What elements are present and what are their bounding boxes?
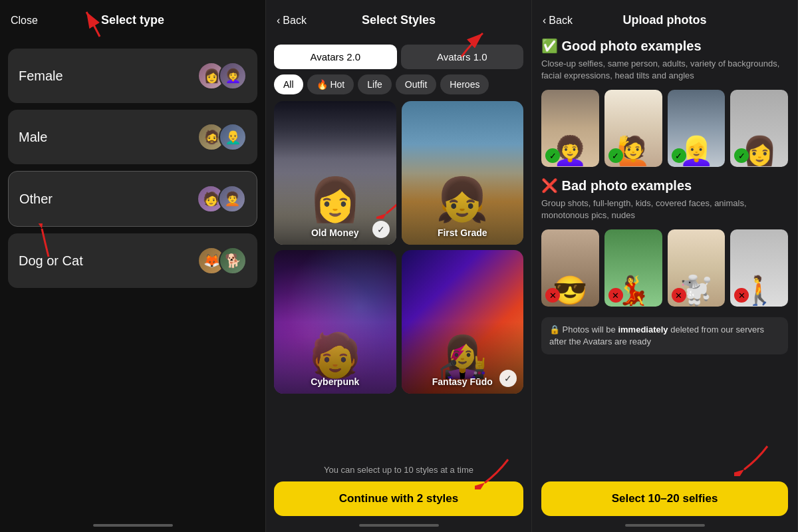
- bottom-bar-upload: [625, 524, 705, 527]
- bad-photo-2: 💃 ✕: [604, 229, 662, 307]
- filter-heroes[interactable]: Heroes: [440, 74, 489, 94]
- style-label-old-money: Old Money: [311, 227, 359, 238]
- style-card-old-money[interactable]: 👩 Old Money ✓: [274, 101, 396, 245]
- filter-all[interactable]: All: [274, 74, 303, 94]
- privacy-note: 🔒 Photos will be immediately deleted fro…: [541, 317, 788, 354]
- type-item-male[interactable]: Male 🧔 👨‍🦲: [8, 110, 257, 164]
- bad-photos-row: 😎 ✕ 💃 ✕ 🐩 ✕ 🚶 ✕: [541, 229, 788, 307]
- style-card-first-grade[interactable]: 👧 First Grade: [402, 101, 524, 245]
- panel1-header: Close Select type: [0, 0, 265, 38]
- bad-section-desc: Group shots, full-length, kids, covered …: [541, 198, 788, 221]
- version-tab-v2[interactable]: Avatars 2.0: [274, 45, 397, 69]
- filter-hot[interactable]: 🔥 Hot: [307, 74, 354, 94]
- good-badge-1: ✓: [545, 148, 560, 163]
- style-card-cyberpunk[interactable]: 🧑 Cyberpunk: [274, 250, 396, 394]
- styles-grid: 👩 Old Money ✓ 👧: [266, 101, 531, 394]
- other-label: Other: [19, 192, 53, 207]
- bad-badge-2: ✕: [608, 288, 623, 303]
- female-avatars: 👩 👩‍🦱: [198, 62, 247, 90]
- version-tabs: Avatars 2.0 Avatars 1.0: [266, 38, 531, 74]
- panel1-title: Select type: [101, 13, 164, 27]
- pet-label: Dog or Cat: [19, 253, 83, 269]
- bad-badge-3: ✕: [672, 288, 686, 303]
- styles-hint: You can select up to 10 styles at a time: [274, 465, 523, 475]
- back-label-upload: Back: [549, 15, 573, 27]
- pet-avatars: 🦊 🐕: [198, 247, 247, 275]
- panel2-header: ‹ Back Select Styles: [266, 0, 531, 38]
- back-button-upload[interactable]: ‹ Back: [543, 15, 573, 27]
- back-label-styles: Back: [283, 15, 307, 27]
- female-label: Female: [19, 68, 63, 84]
- good-badge-3: ✓: [672, 148, 686, 163]
- good-photo-1: 👩‍🦱 ✓: [541, 90, 599, 167]
- back-chevron-icon-upload: ‹: [543, 15, 546, 27]
- bad-section-title: ❌ Bad photo examples: [541, 178, 788, 194]
- bad-photo-3: 🐩 ✕: [668, 229, 726, 307]
- photo-content: ✅ Good photo examples Close-up selfies, …: [532, 38, 797, 483]
- good-photo-4: 👩 ✓: [730, 90, 788, 167]
- type-item-other[interactable]: Other 🧑 🧑‍🦱: [8, 171, 257, 227]
- good-photo-3: 👱‍♀️ ✓: [668, 90, 726, 167]
- filter-life[interactable]: Life: [358, 74, 392, 94]
- bad-photo-4: 🚶 ✕: [730, 229, 788, 307]
- avatar-female-2: 👩‍🦱: [219, 62, 247, 90]
- filter-tabs: All 🔥 Hot Life Outfit Heroes: [266, 74, 531, 101]
- close-button[interactable]: Close: [11, 15, 38, 27]
- style-label-cyberpunk: Cyberpunk: [311, 376, 359, 387]
- male-avatars: 🧔 👨‍🦲: [198, 123, 247, 151]
- panel3-header: ‹ Back Upload photos: [532, 0, 797, 38]
- good-photos-row: 👩‍🦱 ✓ 🙋 ✓ 👱‍♀️ ✓ 👩 ✓: [541, 90, 788, 167]
- good-badge-2: ✓: [608, 148, 623, 163]
- back-button-styles[interactable]: ‹ Back: [277, 15, 307, 27]
- select-styles-panel: ‹ Back Select Styles Avatars 2.0 Avatars…: [266, 0, 532, 532]
- style-label-first-grade: First Grade: [438, 227, 487, 238]
- filter-outfit[interactable]: Outfit: [396, 74, 436, 94]
- type-list: Female 👩 👩‍🦱 Male 🧔 👨‍🦲 Other 🧑 🧑‍🦱: [0, 38, 265, 299]
- type-item-pet[interactable]: Dog or Cat 🦊 🐕: [8, 233, 257, 288]
- immediately-text: immediately: [618, 325, 668, 334]
- panel3-title: Upload photos: [623, 13, 707, 27]
- good-section-title: ✅ Good photo examples: [541, 38, 788, 54]
- version-tab-v1[interactable]: Avatars 1.0: [401, 45, 524, 69]
- check-fantasy: ✓: [499, 370, 517, 387]
- avatar-male-2: 👨‍🦲: [219, 123, 247, 151]
- style-label-fantasy: Fantasy Fūdo: [432, 376, 493, 387]
- bad-photo-1: 😎 ✕: [541, 229, 599, 307]
- select-type-panel: Close Select type Female 👩 👩‍🦱 Male: [0, 0, 266, 532]
- styles-bottom: You can select up to 10 styles at a time…: [266, 457, 531, 532]
- select-selfies-button[interactable]: Select 10–20 selfies: [541, 481, 788, 516]
- type-item-female[interactable]: Female 👩 👩‍🦱: [8, 49, 257, 103]
- avatar-pet-2: 🐕: [219, 247, 247, 275]
- good-photo-2: 🙋 ✓: [604, 90, 662, 167]
- panel2-title: Select Styles: [362, 13, 436, 27]
- upload-photos-panel: ‹ Back Upload photos ✅ Good photo exampl…: [532, 0, 798, 532]
- check-old-money: ✓: [372, 221, 390, 238]
- bad-badge-1: ✕: [545, 288, 560, 303]
- bottom-bar: [93, 524, 173, 527]
- other-avatars: 🧑 🧑‍🦱: [197, 185, 246, 213]
- bottom-bar-styles: [359, 524, 439, 527]
- style-card-fantasy[interactable]: 👩‍🎤 Fantasy Fūdo ✓: [402, 250, 524, 394]
- continue-styles-button[interactable]: Continue with 2 styles: [274, 481, 523, 516]
- back-chevron-icon: ‹: [277, 15, 280, 27]
- avatar-other-2: 🧑‍🦱: [218, 185, 246, 213]
- good-section-desc: Close-up selfies, same person, adults, v…: [541, 58, 788, 82]
- male-label: Male: [19, 130, 47, 145]
